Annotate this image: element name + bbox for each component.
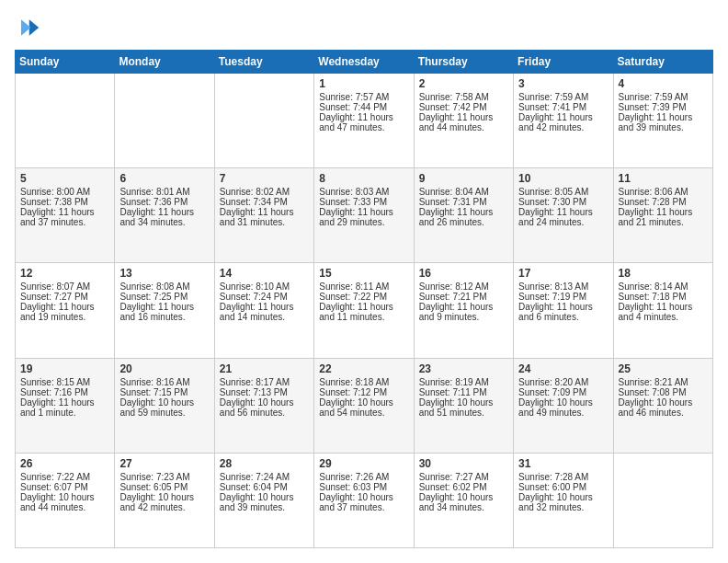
- calendar-cell: 1Sunrise: 7:57 AMSunset: 7:44 PMDaylight…: [314, 74, 414, 168]
- day-info: Daylight: 10 hours and 44 minutes.: [20, 492, 109, 512]
- calendar-cell: 20Sunrise: 8:16 AMSunset: 7:15 PMDayligh…: [115, 358, 214, 453]
- day-info: Sunrise: 8:05 AM: [518, 187, 608, 197]
- day-info: Sunrise: 7:59 AM: [518, 92, 608, 102]
- day-info: Daylight: 11 hours and 1 minute.: [20, 397, 109, 418]
- day-number: 3: [518, 77, 608, 90]
- day-info: Daylight: 10 hours and 39 minutes.: [220, 492, 309, 512]
- calendar-cell: 5Sunrise: 8:00 AMSunset: 7:38 PMDaylight…: [16, 168, 115, 263]
- day-info: Daylight: 10 hours and 56 minutes.: [220, 397, 309, 418]
- day-number: 5: [20, 172, 109, 185]
- day-info: Sunrise: 8:21 AM: [619, 377, 708, 387]
- calendar-cell: 4Sunrise: 7:59 AMSunset: 7:39 PMDaylight…: [613, 74, 712, 168]
- weekday-friday: Friday: [514, 51, 613, 74]
- day-info: Sunrise: 8:10 AM: [220, 282, 309, 292]
- day-number: 1: [319, 77, 408, 90]
- day-number: 26: [20, 457, 109, 470]
- day-number: 16: [419, 267, 508, 280]
- day-number: 18: [619, 267, 708, 280]
- day-number: 31: [518, 457, 608, 470]
- day-info: Sunset: 7:24 PM: [220, 292, 309, 302]
- calendar-cell: 14Sunrise: 8:10 AMSunset: 7:24 PMDayligh…: [214, 263, 313, 358]
- day-number: 21: [220, 362, 309, 375]
- day-info: Sunset: 7:38 PM: [20, 197, 109, 207]
- calendar-cell: 31Sunrise: 7:28 AMSunset: 6:00 PMDayligh…: [514, 453, 613, 547]
- weekday-header-row: SundayMondayTuesdayWednesdayThursdayFrid…: [16, 51, 713, 74]
- day-number: 30: [419, 457, 508, 470]
- week-row-5: 26Sunrise: 7:22 AMSunset: 6:07 PMDayligh…: [16, 453, 713, 547]
- day-info: Daylight: 11 hours and 44 minutes.: [419, 112, 508, 132]
- day-info: Sunset: 7:15 PM: [119, 387, 209, 397]
- calendar-cell: 28Sunrise: 7:24 AMSunset: 6:04 PMDayligh…: [214, 453, 313, 547]
- day-number: 11: [619, 172, 708, 185]
- calendar-cell: 24Sunrise: 8:20 AMSunset: 7:09 PMDayligh…: [514, 358, 613, 453]
- day-info: Sunrise: 8:03 AM: [319, 187, 408, 197]
- day-number: 17: [518, 267, 608, 280]
- day-info: Sunset: 7:18 PM: [619, 292, 708, 302]
- day-info: Daylight: 11 hours and 6 minutes.: [518, 302, 608, 322]
- calendar-cell: 26Sunrise: 7:22 AMSunset: 6:07 PMDayligh…: [16, 453, 115, 547]
- day-info: Sunrise: 8:13 AM: [518, 282, 608, 292]
- day-info: Daylight: 11 hours and 11 minutes.: [319, 302, 408, 322]
- day-info: Daylight: 11 hours and 29 minutes.: [319, 207, 408, 227]
- day-info: Daylight: 11 hours and 37 minutes.: [20, 207, 109, 227]
- calendar-cell: 13Sunrise: 8:08 AMSunset: 7:25 PMDayligh…: [115, 263, 214, 358]
- day-info: Sunrise: 8:04 AM: [419, 187, 508, 197]
- day-info: Sunrise: 8:12 AM: [419, 282, 508, 292]
- week-row-1: 1Sunrise: 7:57 AMSunset: 7:44 PMDaylight…: [16, 74, 713, 168]
- day-number: 10: [518, 172, 608, 185]
- weekday-sunday: Sunday: [16, 51, 115, 74]
- day-info: Sunrise: 8:01 AM: [119, 187, 209, 197]
- calendar-table: SundayMondayTuesdayWednesdayThursdayFrid…: [15, 50, 713, 548]
- calendar-cell: 18Sunrise: 8:14 AMSunset: 7:18 PMDayligh…: [613, 263, 712, 358]
- day-info: Sunrise: 8:15 AM: [20, 377, 109, 387]
- day-info: Sunset: 7:41 PM: [518, 102, 608, 112]
- calendar-cell: 7Sunrise: 8:02 AMSunset: 7:34 PMDaylight…: [214, 168, 313, 263]
- day-info: Sunset: 7:36 PM: [119, 197, 209, 207]
- day-info: Daylight: 10 hours and 34 minutes.: [419, 492, 508, 512]
- day-info: Sunset: 6:03 PM: [319, 482, 408, 492]
- day-info: Sunset: 7:12 PM: [319, 387, 408, 397]
- calendar-cell: 23Sunrise: 8:19 AMSunset: 7:11 PMDayligh…: [414, 358, 513, 453]
- day-number: 25: [619, 362, 708, 375]
- day-number: 19: [20, 362, 109, 375]
- day-info: Sunrise: 8:16 AM: [119, 377, 209, 387]
- calendar-cell: 15Sunrise: 8:11 AMSunset: 7:22 PMDayligh…: [314, 263, 414, 358]
- logo-icon: [15, 15, 40, 40]
- day-number: 2: [419, 77, 508, 90]
- day-info: Sunset: 6:07 PM: [20, 482, 109, 492]
- day-number: 8: [319, 172, 408, 185]
- week-row-2: 5Sunrise: 8:00 AMSunset: 7:38 PMDaylight…: [16, 168, 713, 263]
- weekday-monday: Monday: [115, 51, 214, 74]
- day-info: Sunrise: 7:59 AM: [619, 92, 708, 102]
- calendar-cell: 25Sunrise: 8:21 AMSunset: 7:08 PMDayligh…: [613, 358, 712, 453]
- day-number: 27: [119, 457, 209, 470]
- day-info: Daylight: 10 hours and 32 minutes.: [518, 492, 608, 512]
- day-info: Sunrise: 7:22 AM: [20, 472, 109, 482]
- day-info: Daylight: 11 hours and 24 minutes.: [518, 207, 608, 227]
- header: [15, 15, 713, 40]
- calendar-cell: [214, 74, 313, 168]
- day-info: Sunset: 7:25 PM: [119, 292, 209, 302]
- calendar-cell: 10Sunrise: 8:05 AMSunset: 7:30 PMDayligh…: [514, 168, 613, 263]
- day-info: Sunset: 7:31 PM: [419, 197, 508, 207]
- day-info: Sunrise: 8:07 AM: [20, 282, 109, 292]
- calendar-cell: 22Sunrise: 8:18 AMSunset: 7:12 PMDayligh…: [314, 358, 414, 453]
- day-info: Sunrise: 8:20 AM: [518, 377, 608, 387]
- day-info: Sunrise: 8:17 AM: [220, 377, 309, 387]
- day-info: Sunset: 7:11 PM: [419, 387, 508, 397]
- day-number: 29: [319, 457, 408, 470]
- day-info: Daylight: 10 hours and 37 minutes.: [319, 492, 408, 512]
- weekday-tuesday: Tuesday: [214, 51, 313, 74]
- day-number: 20: [119, 362, 209, 375]
- day-info: Sunrise: 8:06 AM: [619, 187, 708, 197]
- day-info: Daylight: 11 hours and 16 minutes.: [119, 302, 209, 322]
- day-info: Daylight: 11 hours and 4 minutes.: [619, 302, 708, 322]
- day-number: 14: [220, 267, 309, 280]
- day-number: 28: [220, 457, 309, 470]
- day-info: Daylight: 11 hours and 14 minutes.: [220, 302, 309, 322]
- calendar-cell: 16Sunrise: 8:12 AMSunset: 7:21 PMDayligh…: [414, 263, 513, 358]
- calendar-cell: [16, 74, 115, 168]
- calendar-cell: 8Sunrise: 8:03 AMSunset: 7:33 PMDaylight…: [314, 168, 414, 263]
- weekday-saturday: Saturday: [613, 51, 712, 74]
- calendar-cell: [613, 453, 712, 547]
